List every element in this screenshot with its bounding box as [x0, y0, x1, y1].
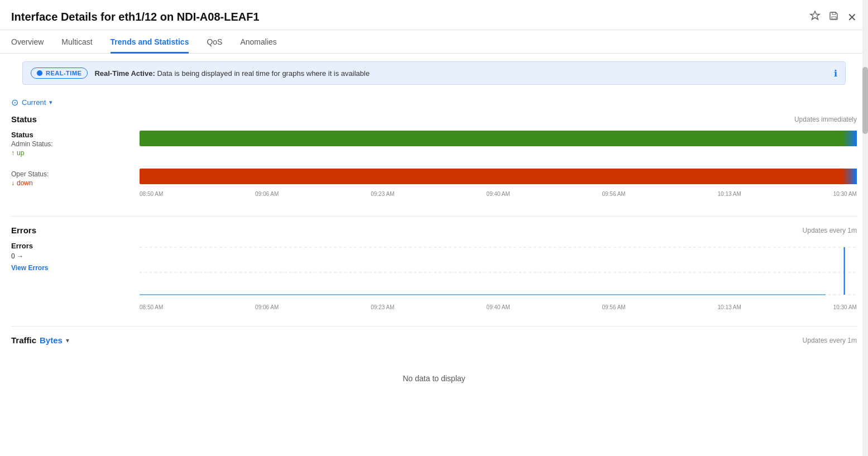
banner-message-bold: Real-Time Active: — [94, 69, 155, 78]
errors-content: Errors 0 → View Errors 10 5 0 — [11, 242, 857, 310]
status-time-0: 08:50 AM — [140, 191, 163, 197]
oper-status-value: down — [11, 179, 131, 187]
errors-chart: 10 5 0 — [140, 242, 857, 303]
main-content: REAL-TIME Real-Time Active: Data is bein… — [0, 54, 868, 437]
admin-status-bar-row — [140, 131, 857, 146]
realtime-label: REAL-TIME — [46, 70, 81, 76]
divider-2 — [11, 326, 857, 327]
current-label: Current — [22, 98, 46, 107]
realtime-badge: REAL-TIME — [31, 68, 88, 79]
banner-left: REAL-TIME Real-Time Active: Data is bein… — [31, 68, 370, 79]
arrow-down-icon — [11, 179, 15, 187]
oper-status-bar-row — [140, 169, 857, 184]
status-update-label: Updates immediately — [794, 116, 857, 123]
errors-update-label: Updates every 1m — [803, 227, 857, 234]
status-content: Status Admin Status: up Oper Status: dow… — [11, 131, 857, 200]
traffic-section-header: Traffic Bytes ▾ Updates every 1m — [11, 335, 857, 345]
traffic-chevron-icon[interactable]: ▾ — [66, 337, 69, 344]
status-time-6: 10:30 AM — [833, 191, 857, 197]
page-header: Interface Details for eth1/12 on NDI-A08… — [0, 0, 868, 30]
status-time-4: 09:56 AM — [602, 191, 625, 197]
traffic-bytes-link[interactable]: Bytes — [40, 335, 63, 345]
header-actions: ✕ — [809, 10, 857, 24]
current-dropdown[interactable]: ⊙ Current ▾ — [11, 93, 857, 114]
traffic-title-text: Traffic — [11, 335, 36, 345]
scrollbar[interactable] — [862, 0, 868, 456]
banner-message-text: Data is being displayed in real time for… — [155, 69, 370, 78]
status-section-header: Status Updates immediately — [11, 114, 857, 124]
tab-qos[interactable]: QoS — [207, 31, 222, 54]
traffic-section: Traffic Bytes ▾ Updates every 1m No data… — [11, 335, 857, 405]
scrollbar-thumb[interactable] — [862, 67, 868, 134]
close-icon[interactable]: ✕ — [847, 11, 857, 24]
admin-status-block: Status Admin Status: up — [11, 131, 131, 157]
errors-time-5: 10:13 AM — [718, 304, 741, 310]
errors-label-title: Errors — [11, 242, 131, 250]
oper-status-text: down — [17, 179, 33, 187]
status-labels: Status Admin Status: up Oper Status: dow… — [11, 131, 140, 200]
status-time-2: 09:23 AM — [371, 191, 394, 197]
errors-time-0: 08:50 AM — [140, 304, 163, 310]
tab-overview[interactable]: Overview — [11, 31, 44, 54]
realtime-dot — [37, 70, 42, 76]
status-time-5: 10:13 AM — [718, 191, 741, 197]
clock-icon: ⊙ — [11, 97, 18, 108]
status-time-labels: 08:50 AM 09:06 AM 09:23 AM 09:40 AM 09:5… — [140, 191, 857, 197]
chevron-down-icon: ▾ — [49, 99, 52, 106]
realtime-banner: REAL-TIME Real-Time Active: Data is bein… — [22, 61, 846, 85]
admin-status-text: up — [17, 149, 24, 157]
oper-status-block: Oper Status: down — [11, 170, 131, 187]
page-title: Interface Details for eth1/12 on NDI-A08… — [11, 11, 260, 23]
status-label-title: Status — [11, 131, 131, 139]
traffic-update-label: Updates every 1m — [803, 337, 857, 344]
status-chart-area: 08:50 AM 09:06 AM 09:23 AM 09:40 AM 09:5… — [140, 131, 857, 200]
banner-message: Real-Time Active: Data is being displaye… — [94, 69, 370, 78]
errors-section: Errors Updates every 1m Errors 0 → View … — [11, 225, 857, 310]
view-errors-link[interactable]: View Errors — [11, 264, 48, 272]
arrow-up-icon — [11, 149, 15, 157]
admin-status-value: up — [11, 149, 131, 157]
svg-rect-1 — [832, 17, 836, 19]
errors-time-3: 09:40 AM — [486, 304, 510, 310]
errors-time-1: 09:06 AM — [255, 304, 279, 310]
tab-anomalies[interactable]: Anomalies — [240, 31, 276, 54]
oper-status-label: Oper Status: — [11, 170, 131, 178]
errors-value: 0 → — [11, 252, 131, 260]
status-time-3: 09:40 AM — [486, 191, 510, 197]
status-title: Status — [11, 114, 37, 124]
errors-title: Errors — [11, 225, 36, 235]
errors-section-header: Errors Updates every 1m — [11, 225, 857, 235]
errors-time-labels: 08:50 AM 09:06 AM 09:23 AM 09:40 AM 09:5… — [140, 304, 857, 310]
bookmark-icon[interactable] — [809, 10, 821, 24]
traffic-no-data: No data to display — [11, 352, 857, 405]
errors-chart-wrapper: 10 5 0 08:50 AM 09:06 AM 09:23 AM 09:40 … — [140, 242, 857, 310]
admin-status-bar — [140, 131, 857, 146]
errors-time-2: 09:23 AM — [371, 304, 394, 310]
tab-trends[interactable]: Trends and Statistics — [111, 31, 189, 54]
admin-status-label: Admin Status: — [11, 140, 131, 148]
oper-status-bar — [140, 169, 857, 184]
save-icon[interactable] — [828, 10, 840, 24]
errors-labels: Errors 0 → View Errors — [11, 242, 140, 310]
tab-multicast[interactable]: Multicast — [61, 31, 92, 54]
info-icon[interactable]: ℹ — [834, 68, 837, 79]
traffic-title: Traffic Bytes ▾ — [11, 335, 69, 345]
status-section: Status Updates immediately Status Admin … — [11, 114, 857, 200]
status-time-1: 09:06 AM — [255, 191, 279, 197]
divider-1 — [11, 216, 857, 217]
errors-time-6: 10:30 AM — [833, 304, 857, 310]
errors-time-4: 09:56 AM — [602, 304, 625, 310]
tab-bar: Overview Multicast Trends and Statistics… — [0, 30, 868, 54]
